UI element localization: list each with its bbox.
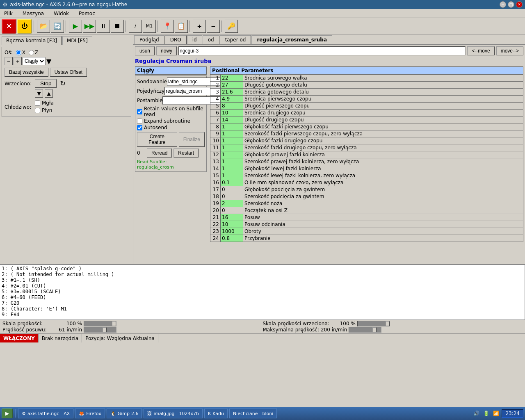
menu-plik[interactable]: Plik [2, 10, 15, 17]
param-val-12[interactable]: 1 [221, 158, 243, 165]
pause-button[interactable]: ⏹ [111, 20, 124, 33]
move-right-button[interactable]: move--> [496, 46, 523, 55]
volume-icon[interactable]: 🔊 [472, 409, 480, 418]
minimize-button[interactable]: ─ [500, 1, 506, 8]
spindle-stop-button[interactable]: Stop [35, 79, 57, 88]
param-val-21[interactable]: 10 [221, 221, 243, 228]
param-val-14[interactable]: 1 [221, 172, 243, 179]
instance-name-input[interactable] [178, 46, 466, 55]
param-val-13[interactable]: 1 [221, 165, 243, 172]
maximize-button[interactable]: □ [508, 1, 514, 8]
taskbar-item-axis[interactable]: ⚙ axis-lathe.ngc - AX [18, 409, 73, 418]
reread-button[interactable]: Reread [147, 148, 172, 158]
spindle-scale-row: Skala prędkości wrzeciona: 100 % [263, 321, 523, 326]
speed-scale-slider[interactable] [84, 321, 116, 326]
spindle-scale-slider[interactable] [357, 321, 390, 326]
tab-dro[interactable]: DRO [165, 35, 187, 44]
tab-od[interactable]: od [203, 35, 219, 44]
touch-off-button[interactable]: 📍 [161, 20, 174, 33]
step-minus-button[interactable]: − [5, 57, 13, 65]
run-from-here-button[interactable]: ▶▶ [83, 20, 96, 33]
param-val-8[interactable]: 1 [221, 130, 243, 137]
param-val-9[interactable]: 1 [221, 137, 243, 144]
axis-x-radio[interactable]: X [16, 50, 25, 55]
restart-button[interactable]: Restart [173, 148, 199, 158]
usun-button[interactable]: usuń [135, 46, 155, 55]
tab-taper-od[interactable]: taper-od [220, 35, 251, 44]
axis-z-radio[interactable]: Z [29, 50, 38, 55]
feed-rate-slider[interactable] [84, 327, 116, 333]
param-num-7: 8 [210, 123, 221, 130]
param-val-16[interactable]: 0 [221, 186, 243, 193]
set-offset-button[interactable]: Ustaw Offset [50, 68, 87, 77]
tab-podglad[interactable]: Podgląd [134, 35, 164, 44]
spindle-down-button[interactable]: ▼ [35, 89, 43, 98]
step-mode-dropdown[interactable]: ▼ [46, 57, 51, 65]
optional-stop-button[interactable]: M1 [143, 20, 156, 33]
param-val-20[interactable]: 16 [221, 214, 243, 221]
param-val-10[interactable]: 1 [221, 144, 243, 151]
param-val-7[interactable]: 1 [221, 123, 243, 130]
spindle-up-button[interactable]: ▲ [45, 89, 53, 98]
finalize-button[interactable]: Finalize [179, 132, 205, 147]
param-val-2[interactable]: 21.6 [221, 89, 243, 96]
quick-ref-button[interactable]: 🔑 [225, 20, 238, 33]
expand-checkbox[interactable] [137, 119, 142, 124]
touch-off-table-button[interactable]: 📋 [175, 20, 188, 33]
step-button[interactable]: ⏸ [97, 20, 110, 33]
param-val-4[interactable]: 8 [221, 103, 243, 110]
tab-mdi[interactable]: MDI [F5] [62, 36, 92, 45]
taskbar-item-gimp[interactable]: 🐧 Gimp-2.6 [107, 409, 142, 418]
battery-icon[interactable]: 🔋 [482, 409, 490, 418]
coolant-flood-checkbox[interactable] [35, 108, 40, 113]
param-val-0[interactable]: 22 [221, 75, 243, 82]
param-val-19[interactable]: 0 [221, 207, 243, 214]
emergency-stop-button[interactable]: ✕ [2, 19, 16, 34]
reread-restart-row: 0 Reread Restart [137, 148, 205, 158]
axis-label: Oś: [5, 50, 13, 55]
coolant-mist-checkbox[interactable] [35, 100, 40, 106]
taskbar-item-image[interactable]: 🖼 imalg.jpg - 1024x7b [144, 409, 203, 418]
spindle-rotate-icon[interactable]: ↻ [60, 80, 65, 87]
create-feature-button[interactable]: Create Feature [137, 132, 177, 147]
param-val-1[interactable]: 27 [221, 82, 243, 89]
autosend-checkbox[interactable] [137, 125, 142, 130]
open-file-button[interactable]: 📂 [37, 20, 50, 33]
power-button[interactable]: ⏻ [17, 19, 32, 34]
move-left-button[interactable]: <--move [467, 46, 494, 55]
close-button[interactable]: ✕ [516, 1, 523, 8]
taskbar-item-kadu[interactable]: K Kadu [204, 409, 228, 418]
network-icon[interactable]: 📶 [492, 409, 500, 418]
menu-pomoc[interactable]: Pomoc [76, 10, 98, 17]
param-val-15[interactable]: 0.1 [221, 179, 243, 186]
tab-manual-control[interactable]: Ręczna kontrola [F3] [2, 36, 62, 45]
param-val-3[interactable]: 4.9 [221, 96, 243, 103]
nowy-button[interactable]: nowy [156, 46, 177, 55]
param-val-18[interactable]: 2 [221, 200, 243, 207]
param-val-22[interactable]: 1000 [221, 228, 243, 235]
param-val-17[interactable]: 0 [221, 193, 243, 200]
run-button[interactable]: ▶ [69, 20, 82, 33]
jog-minus-button[interactable]: − [207, 20, 220, 33]
taskbar-item-firefox[interactable]: 🦊 Firefox [75, 409, 105, 418]
step-plus-button[interactable]: + [14, 57, 22, 65]
taskbar-item-niechciane[interactable]: Niechciane - bloni [229, 409, 277, 418]
taskbar-firefox-icon: 🦊 [79, 411, 84, 416]
param-val-6[interactable]: 14 [221, 116, 243, 123]
param-val-5[interactable]: 10 [221, 110, 243, 116]
tab-regulacja[interactable]: regulacja_crosman_sruba [251, 35, 332, 44]
param-num-17: 18 [210, 193, 221, 200]
reload-button[interactable]: 🔄 [51, 20, 64, 33]
tab-id[interactable]: id [187, 35, 202, 44]
block-delete-button[interactable]: / [129, 20, 142, 33]
menu-maszyna[interactable]: Maszyna [20, 10, 46, 17]
max-speed-slider[interactable] [349, 327, 381, 333]
menu-widok[interactable]: Widok [51, 10, 71, 17]
home-all-button[interactable]: Bazuj wszystkie [5, 68, 48, 77]
retain-checkbox[interactable] [137, 109, 142, 114]
start-button[interactable]: ▶ [2, 409, 13, 418]
step-mode-select[interactable]: Ciągły 0.001 0.01 [23, 57, 46, 65]
param-val-23[interactable]: 0.8 [221, 235, 243, 242]
param-val-11[interactable]: 1 [221, 151, 243, 158]
jog-plus-button[interactable]: + [193, 20, 206, 33]
